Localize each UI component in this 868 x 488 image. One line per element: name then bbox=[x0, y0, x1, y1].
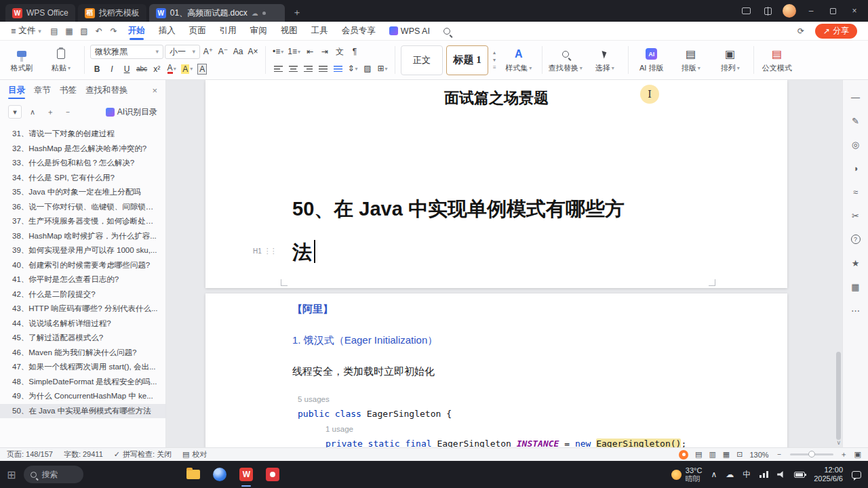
redo-button[interactable]: ↷ bbox=[106, 24, 121, 39]
outline-item[interactable]: 42、什么是二阶段提交? bbox=[0, 287, 165, 302]
outline-item[interactable]: 49、为什么 ConcurrentHashMap 中 ke... bbox=[0, 389, 165, 404]
align-right-button[interactable] bbox=[301, 62, 315, 75]
underline-button[interactable]: U bbox=[120, 62, 134, 76]
volume-icon[interactable] bbox=[777, 471, 785, 478]
paragraph-marks-button[interactable]: ¶ bbox=[348, 45, 361, 58]
sidebar-tab-bookmarks[interactable]: 书签 bbox=[60, 80, 77, 100]
cloud-tray-icon[interactable]: ☁ bbox=[726, 470, 734, 479]
sidebar-tab-outline[interactable]: 目录 bbox=[8, 80, 25, 100]
font-color-button[interactable]: A▾ bbox=[165, 62, 178, 76]
proofread-button[interactable]: ▤ 校对 bbox=[182, 449, 207, 460]
official-doc-mode-button[interactable]: ▤ 公文模式 bbox=[760, 44, 795, 76]
new-tab-button[interactable]: ＋ bbox=[289, 5, 305, 21]
window-minimize-button[interactable]: – bbox=[802, 0, 821, 22]
style-set-button[interactable]: A 样式集▾ bbox=[501, 47, 536, 73]
favorites-icon[interactable]: ★ bbox=[848, 257, 863, 269]
spellcheck-status[interactable]: ✓ 拼写检查: 关闭 bbox=[114, 449, 172, 460]
save-button[interactable]: ▤ bbox=[47, 24, 62, 39]
prev-heading-button[interactable]: ∧ bbox=[26, 105, 39, 119]
share-button[interactable]: ↗ 分享 bbox=[815, 24, 857, 39]
select-button[interactable]: 选择▾ bbox=[587, 44, 623, 76]
decrease-indent-button[interactable]: ⇤ bbox=[303, 45, 317, 58]
style-heading1[interactable]: 标题 1 bbox=[446, 45, 488, 75]
hidden-icons-chevron[interactable]: ∧ bbox=[711, 470, 717, 479]
outline-item[interactable]: 47、如果一个线程两次调用 start(), 会出... bbox=[0, 360, 165, 375]
style-scroll-down[interactable]: ▾ bbox=[493, 57, 496, 63]
borders-button[interactable]: ⊞▾ bbox=[376, 62, 389, 75]
panel-grid-icon[interactable]: ▦ bbox=[848, 281, 863, 293]
grow-font-button[interactable]: A⁺ bbox=[201, 45, 215, 58]
taskbar-clock[interactable]: 12:00 2025/6/6 bbox=[814, 466, 843, 483]
shading-button[interactable]: ▨ bbox=[361, 62, 374, 75]
justify-button[interactable] bbox=[316, 62, 330, 75]
sidebar-tab-find-replace[interactable]: 查找和替换 bbox=[85, 80, 128, 100]
browser-icon[interactable] bbox=[212, 466, 228, 483]
notification-center-icon[interactable] bbox=[852, 471, 861, 479]
layout-button[interactable]: ▤ 排版▾ bbox=[673, 44, 709, 76]
zoom-level[interactable]: 130% bbox=[749, 451, 768, 459]
outline-item[interactable]: 34、什么是 SPI, 它有什么用? bbox=[0, 171, 165, 186]
document-tab[interactable]: W 01、高频面试题.docx ☁ bbox=[149, 4, 285, 22]
tab-tools[interactable]: 工具 bbox=[304, 22, 335, 41]
collapse-all-button[interactable]: － bbox=[61, 105, 75, 119]
outline-item[interactable]: 45、了解过适配器模式么? bbox=[0, 331, 165, 346]
docer-template-tab[interactable]: 稻 找稻壳模板 bbox=[78, 4, 146, 22]
outline-item[interactable]: 35、Java 中的对象一定在堆上分配吗 bbox=[0, 185, 165, 200]
line-spacing-button[interactable]: ⇕▾ bbox=[346, 62, 359, 75]
document-page-1[interactable]: 面试篇之场景题 H1 ⋮⋮ 50、在 Java 中实现单例模式有哪些方 法 bbox=[205, 80, 787, 288]
tab-page[interactable]: 页面 bbox=[182, 22, 213, 41]
ai-layout-button[interactable]: AI AI 排版 bbox=[634, 44, 669, 76]
outline-item[interactable]: 46、Maven 能为我们解决什么问题? bbox=[0, 346, 165, 361]
cjk-layout-button[interactable]: 文 bbox=[333, 45, 347, 58]
outline-item[interactable]: 31、请说一下对象的创建过程 bbox=[0, 127, 165, 142]
zoom-slider[interactable] bbox=[790, 453, 833, 455]
collapse-strip-icon[interactable]: — bbox=[848, 91, 863, 103]
document-area[interactable]: 面试篇之场景题 H1 ⋮⋮ 50、在 Java 中实现单例模式有哪些方 法 【阿… bbox=[166, 80, 842, 447]
outline-item[interactable]: 41、你平时是怎么查看日志的? bbox=[0, 272, 165, 287]
style-gallery-more[interactable]: ≡ bbox=[493, 64, 496, 70]
tools-view-icon[interactable]: ⊡ bbox=[736, 450, 743, 459]
paste-button[interactable]: 粘贴▾ bbox=[43, 44, 79, 76]
file-explorer-icon[interactable] bbox=[185, 466, 201, 483]
undo-button[interactable]: ↶ bbox=[92, 24, 106, 39]
wps-app-icon[interactable]: W bbox=[238, 466, 254, 483]
outline-item[interactable]: 33、什么是拆包和粘包？怎么解决? bbox=[0, 156, 165, 171]
wps-home-tab[interactable]: W WPS Office bbox=[5, 4, 75, 22]
translate-icon[interactable]: ≈ bbox=[848, 186, 863, 198]
file-menu-button[interactable]: ≡ 文件 ▾ bbox=[5, 24, 47, 39]
upload-sync-icon[interactable]: ⟳ bbox=[793, 24, 808, 39]
heading-level-badge[interactable]: H1 ⋮⋮ bbox=[253, 247, 276, 256]
zoom-in-button[interactable]: ＋ bbox=[840, 449, 848, 460]
expand-all-button[interactable]: ＋ bbox=[43, 105, 57, 119]
tab-home[interactable]: 开始 bbox=[121, 22, 152, 41]
outline-item[interactable]: 43、HTTP 响应码有哪些? 分别代表什么... bbox=[0, 302, 165, 317]
align-center-button[interactable] bbox=[286, 62, 300, 75]
window-close-button[interactable]: × bbox=[845, 0, 864, 22]
annotate-pen-icon[interactable]: ✎ bbox=[848, 115, 863, 127]
tab-reference[interactable]: 引用 bbox=[213, 22, 243, 41]
strikethrough-button[interactable]: abc bbox=[135, 62, 149, 76]
assistant-badge-icon[interactable] bbox=[679, 450, 688, 460]
scroll-down-arrow[interactable]: ∨ bbox=[836, 439, 841, 446]
font-size-select[interactable]: 小一 ▾ bbox=[165, 45, 200, 59]
help-icon[interactable]: ? bbox=[848, 233, 863, 245]
bullet-list-button[interactable]: •≡▾ bbox=[271, 45, 285, 58]
read-mode-icon[interactable]: ▤ bbox=[695, 450, 702, 459]
user-avatar[interactable] bbox=[780, 0, 799, 22]
ribbon-search-button[interactable] bbox=[437, 22, 457, 41]
outline-item[interactable]: 39、如何实现登录用户可以存 1000 sku,... bbox=[0, 243, 165, 258]
word-count[interactable]: 字数: 29411 bbox=[64, 449, 103, 460]
print-button[interactable]: ▦ bbox=[62, 24, 77, 39]
page-view-icon[interactable]: ▥ bbox=[709, 450, 715, 459]
tab-member[interactable]: 会员专享 bbox=[335, 22, 382, 41]
italic-button[interactable]: I bbox=[105, 62, 119, 76]
tab-view[interactable]: 视图 bbox=[274, 22, 304, 41]
format-painter-button[interactable]: 格式刷 bbox=[4, 44, 39, 76]
outline-item[interactable]: 48、SimpleDateFormat 是线程安全的吗... bbox=[0, 375, 165, 390]
network-icon[interactable] bbox=[760, 471, 768, 478]
numbered-list-button[interactable]: 1≡▾ bbox=[286, 45, 302, 58]
screenshot-clip-icon[interactable]: ✂ bbox=[848, 209, 863, 222]
character-shading-button[interactable]: A bbox=[195, 62, 209, 76]
arrange-button[interactable]: ▣ 排列▾ bbox=[713, 44, 748, 76]
benefits-icon[interactable] bbox=[758, 0, 777, 22]
